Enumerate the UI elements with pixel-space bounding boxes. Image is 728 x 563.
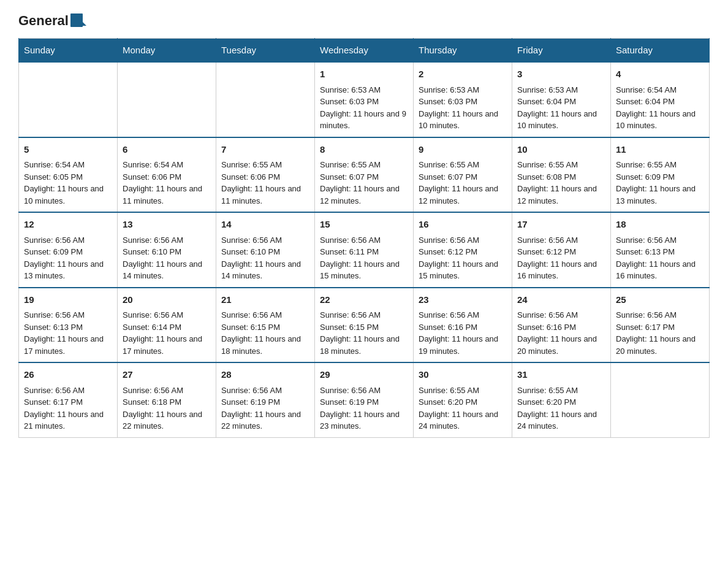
day-number: 29	[320, 368, 408, 382]
calendar-day-cell: 27Sunrise: 6:56 AMSunset: 6:18 PMDayligh…	[118, 362, 216, 437]
day-detail: Sunrise: 6:56 AMSunset: 6:13 PMDaylight:…	[616, 234, 704, 282]
calendar-day-cell: 13Sunrise: 6:56 AMSunset: 6:10 PMDayligh…	[118, 212, 216, 288]
calendar-day-cell	[216, 62, 315, 137]
day-number: 4	[616, 67, 704, 82]
calendar-day-cell: 17Sunrise: 6:56 AMSunset: 6:12 PMDayligh…	[512, 212, 611, 288]
calendar-week-row: 19Sunrise: 6:56 AMSunset: 6:13 PMDayligh…	[19, 288, 710, 363]
calendar-day-cell: 24Sunrise: 6:56 AMSunset: 6:16 PMDayligh…	[512, 288, 611, 363]
day-number: 1	[320, 67, 408, 82]
calendar-day-cell: 15Sunrise: 6:56 AMSunset: 6:11 PMDayligh…	[315, 212, 414, 288]
day-detail: Sunrise: 6:56 AMSunset: 6:16 PMDaylight:…	[517, 309, 605, 357]
day-number: 14	[221, 218, 309, 232]
day-number: 19	[24, 293, 112, 307]
day-detail: Sunrise: 6:56 AMSunset: 6:14 PMDaylight:…	[123, 309, 211, 357]
calendar-day-cell: 25Sunrise: 6:56 AMSunset: 6:17 PMDayligh…	[611, 288, 710, 363]
day-detail: Sunrise: 6:55 AMSunset: 6:07 PMDaylight:…	[320, 159, 408, 207]
day-detail: Sunrise: 6:56 AMSunset: 6:13 PMDaylight:…	[24, 309, 112, 357]
calendar-day-cell: 6Sunrise: 6:54 AMSunset: 6:06 PMDaylight…	[118, 137, 216, 213]
calendar-day-cell: 29Sunrise: 6:56 AMSunset: 6:19 PMDayligh…	[315, 362, 414, 437]
calendar-day-cell	[19, 62, 118, 137]
calendar-table: SundayMondayTuesdayWednesdayThursdayFrid…	[18, 38, 710, 438]
calendar-day-cell: 3Sunrise: 6:53 AMSunset: 6:04 PMDaylight…	[512, 62, 611, 137]
logo-icon	[69, 12, 86, 29]
calendar-day-cell: 21Sunrise: 6:56 AMSunset: 6:15 PMDayligh…	[216, 288, 315, 363]
day-detail: Sunrise: 6:55 AMSunset: 6:09 PMDaylight:…	[616, 159, 704, 207]
calendar-day-cell: 16Sunrise: 6:56 AMSunset: 6:12 PMDayligh…	[414, 212, 512, 288]
day-detail: Sunrise: 6:56 AMSunset: 6:12 PMDaylight:…	[419, 234, 507, 282]
day-detail: Sunrise: 6:56 AMSunset: 6:18 PMDaylight:…	[123, 385, 211, 432]
calendar-day-cell: 8Sunrise: 6:55 AMSunset: 6:07 PMDaylight…	[315, 137, 414, 213]
day-number: 21	[221, 293, 309, 307]
day-number: 12	[24, 218, 112, 232]
day-detail: Sunrise: 6:54 AMSunset: 6:05 PMDaylight:…	[24, 159, 112, 207]
page-header: General	[18, 12, 710, 28]
calendar-day-cell: 4Sunrise: 6:54 AMSunset: 6:04 PMDaylight…	[611, 62, 710, 137]
weekday-header: Sunday	[19, 39, 118, 63]
day-detail: Sunrise: 6:53 AMSunset: 6:03 PMDaylight:…	[419, 84, 507, 132]
weekday-header: Thursday	[414, 39, 512, 63]
day-detail: Sunrise: 6:56 AMSunset: 6:17 PMDaylight:…	[616, 309, 704, 357]
calendar-day-cell: 19Sunrise: 6:56 AMSunset: 6:13 PMDayligh…	[19, 288, 118, 363]
day-detail: Sunrise: 6:55 AMSunset: 6:07 PMDaylight:…	[419, 159, 507, 207]
day-detail: Sunrise: 6:53 AMSunset: 6:03 PMDaylight:…	[320, 84, 408, 132]
calendar-week-row: 12Sunrise: 6:56 AMSunset: 6:09 PMDayligh…	[19, 212, 710, 288]
day-number: 2	[419, 67, 507, 82]
weekday-header: Friday	[512, 39, 611, 63]
calendar-day-cell	[611, 362, 710, 437]
calendar-day-cell: 28Sunrise: 6:56 AMSunset: 6:19 PMDayligh…	[216, 362, 315, 437]
calendar-day-cell: 11Sunrise: 6:55 AMSunset: 6:09 PMDayligh…	[611, 137, 710, 213]
day-number: 6	[123, 143, 211, 157]
day-number: 9	[419, 143, 507, 157]
day-detail: Sunrise: 6:56 AMSunset: 6:16 PMDaylight:…	[419, 309, 507, 357]
calendar-day-cell: 12Sunrise: 6:56 AMSunset: 6:09 PMDayligh…	[19, 212, 118, 288]
day-number: 31	[517, 368, 605, 382]
calendar-day-cell	[118, 62, 216, 137]
calendar-day-cell: 22Sunrise: 6:56 AMSunset: 6:15 PMDayligh…	[315, 288, 414, 363]
day-detail: Sunrise: 6:56 AMSunset: 6:15 PMDaylight:…	[320, 309, 408, 357]
calendar-day-cell: 26Sunrise: 6:56 AMSunset: 6:17 PMDayligh…	[19, 362, 118, 437]
day-number: 22	[320, 293, 408, 307]
day-detail: Sunrise: 6:56 AMSunset: 6:09 PMDaylight:…	[24, 234, 112, 282]
day-number: 16	[419, 218, 507, 232]
day-number: 25	[616, 293, 704, 307]
day-detail: Sunrise: 6:55 AMSunset: 6:20 PMDaylight:…	[419, 385, 507, 432]
calendar-day-cell: 31Sunrise: 6:55 AMSunset: 6:20 PMDayligh…	[512, 362, 611, 437]
svg-rect-0	[70, 13, 83, 27]
weekday-header: Saturday	[611, 39, 710, 63]
day-number: 17	[517, 218, 605, 232]
day-number: 10	[517, 143, 605, 157]
logo: General	[18, 12, 87, 28]
day-detail: Sunrise: 6:56 AMSunset: 6:19 PMDaylight:…	[221, 385, 309, 432]
day-number: 5	[24, 143, 112, 157]
day-detail: Sunrise: 6:55 AMSunset: 6:20 PMDaylight:…	[517, 385, 605, 432]
day-detail: Sunrise: 6:56 AMSunset: 6:10 PMDaylight:…	[221, 234, 309, 282]
calendar-week-row: 5Sunrise: 6:54 AMSunset: 6:05 PMDaylight…	[19, 137, 710, 213]
svg-marker-1	[83, 22, 86, 26]
day-number: 13	[123, 218, 211, 232]
day-detail: Sunrise: 6:56 AMSunset: 6:15 PMDaylight:…	[221, 309, 309, 357]
calendar-day-cell: 30Sunrise: 6:55 AMSunset: 6:20 PMDayligh…	[414, 362, 512, 437]
day-number: 26	[24, 368, 112, 382]
weekday-header: Wednesday	[315, 39, 414, 63]
calendar-day-cell: 1Sunrise: 6:53 AMSunset: 6:03 PMDaylight…	[315, 62, 414, 137]
day-detail: Sunrise: 6:55 AMSunset: 6:08 PMDaylight:…	[517, 159, 605, 207]
day-number: 27	[123, 368, 211, 382]
day-number: 15	[320, 218, 408, 232]
day-detail: Sunrise: 6:56 AMSunset: 6:11 PMDaylight:…	[320, 234, 408, 282]
calendar-week-row: 1Sunrise: 6:53 AMSunset: 6:03 PMDaylight…	[19, 62, 710, 137]
day-number: 28	[221, 368, 309, 382]
logo-general-text: General	[18, 13, 69, 29]
calendar-day-cell: 2Sunrise: 6:53 AMSunset: 6:03 PMDaylight…	[414, 62, 512, 137]
calendar-day-cell: 18Sunrise: 6:56 AMSunset: 6:13 PMDayligh…	[611, 212, 710, 288]
weekday-header: Monday	[118, 39, 216, 63]
day-detail: Sunrise: 6:55 AMSunset: 6:06 PMDaylight:…	[221, 159, 309, 207]
day-number: 7	[221, 143, 309, 157]
day-number: 30	[419, 368, 507, 382]
day-number: 20	[123, 293, 211, 307]
day-detail: Sunrise: 6:53 AMSunset: 6:04 PMDaylight:…	[517, 84, 605, 132]
day-number: 11	[616, 143, 704, 157]
calendar-day-cell: 20Sunrise: 6:56 AMSunset: 6:14 PMDayligh…	[118, 288, 216, 363]
calendar-day-cell: 10Sunrise: 6:55 AMSunset: 6:08 PMDayligh…	[512, 137, 611, 213]
weekday-header: Tuesday	[216, 39, 315, 63]
calendar-week-row: 26Sunrise: 6:56 AMSunset: 6:17 PMDayligh…	[19, 362, 710, 437]
